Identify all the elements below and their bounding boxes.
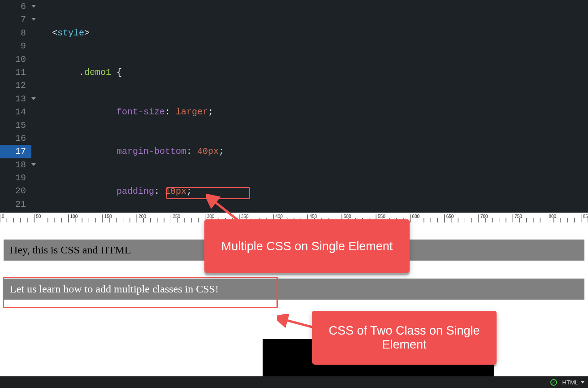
svg-text:350: 350 <box>241 214 249 219</box>
svg-text:250: 250 <box>173 214 180 219</box>
code-line[interactable]: <style> <box>36 26 588 39</box>
svg-text:700: 700 <box>480 214 488 219</box>
code-line[interactable]: font-size: larger; <box>36 105 588 118</box>
status-ok-icon: ✓ <box>550 379 557 386</box>
svg-text:300: 300 <box>207 214 215 219</box>
language-label: HTML <box>562 379 578 386</box>
svg-text:500: 500 <box>344 214 351 219</box>
line-number: 8 <box>0 26 31 39</box>
svg-text:650: 650 <box>446 214 454 219</box>
callout-multiple-css: Multiple CSS on Single Element <box>204 219 410 273</box>
code-editor[interactable]: 6 7 8 9 10 11 12 13 14 15 16 17 18 19 20… <box>0 0 588 213</box>
callout-two-class: CSS of Two Class on Single Element <box>312 311 497 365</box>
svg-text:450: 450 <box>310 214 317 219</box>
line-number: 20 <box>0 184 31 197</box>
line-number: 10 <box>0 53 31 66</box>
line-number: 14 <box>0 105 31 118</box>
svg-text:850: 850 <box>583 214 588 219</box>
svg-text:400: 400 <box>275 214 283 219</box>
line-number: 19 <box>0 171 31 184</box>
preview-paragraph-2: Let us learn how to add multiple classes… <box>4 279 584 300</box>
line-number: 16 <box>0 132 31 145</box>
code-line[interactable]: margin-bottom: 40px; <box>36 145 588 158</box>
line-number: 11 <box>0 66 31 79</box>
line-number: 13 <box>0 92 31 105</box>
line-number: 21 <box>0 198 31 211</box>
line-number-active: 17 <box>0 145 31 158</box>
code-line[interactable]: .demo1 { <box>36 66 588 79</box>
line-number-gutter: 6 7 8 9 10 11 12 13 14 15 16 17 18 19 20… <box>0 0 31 211</box>
svg-text:50: 50 <box>36 214 41 219</box>
status-bar: ✓ HTML <box>0 376 588 388</box>
line-number: 7 <box>0 13 31 26</box>
svg-text:600: 600 <box>412 214 419 219</box>
language-selector[interactable]: HTML <box>562 379 584 386</box>
line-number: 9 <box>0 39 31 52</box>
svg-text:800: 800 <box>549 214 556 219</box>
line-number: 18 <box>0 158 31 171</box>
svg-text:0: 0 <box>2 214 4 219</box>
code-line[interactable]: padding: 10px; <box>36 185 588 198</box>
svg-text:750: 750 <box>514 214 522 219</box>
line-number: 6 <box>0 0 31 13</box>
svg-text:100: 100 <box>70 214 78 219</box>
svg-text:550: 550 <box>378 214 385 219</box>
svg-text:150: 150 <box>104 214 112 219</box>
svg-text:200: 200 <box>138 214 146 219</box>
line-number: 15 <box>0 119 31 132</box>
chevron-down-icon <box>581 381 584 384</box>
line-number: 12 <box>0 79 31 92</box>
